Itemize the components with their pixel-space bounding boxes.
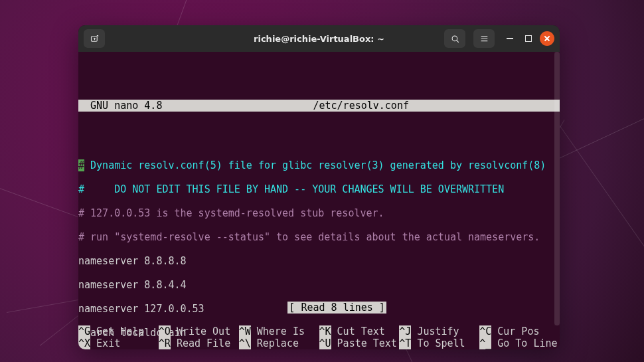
nano-header-bar: GNU nano 4.8/etc/resolv.conf [78,100,560,112]
shortcut-replace: ^\Replace [239,337,319,349]
shortcut-exit: ^XExit [78,337,159,349]
nano-app-name: GNU nano 4.8 [78,100,163,112]
shortcut-goto-line: ^_Go To Line [479,337,560,349]
file-line: # DO NOT EDIT THIS FILE BY HAND -- YOUR … [78,183,560,195]
search-icon [450,34,460,44]
shortcut-read-file: ^RRead File [159,337,239,349]
nano-file-path: /etc/resolv.conf [313,100,410,112]
shortcut-write-out: ^OWrite Out [159,325,239,337]
nano-shortcut-bar: ^GGet Help ^OWrite Out ^WWhere Is ^KCut … [78,325,560,349]
terminal-scrollbar[interactable] [554,52,560,325]
terminal-content[interactable]: GNU nano 4.8/etc/resolv.conf # Dynamic r… [78,52,560,349]
shortcut-cut-text: ^KCut Text [319,325,400,337]
file-line: nameserver 8.8.8.8 [78,255,560,267]
window-close-button[interactable] [540,31,554,46]
shortcut-get-help: ^GGet Help [78,325,159,337]
file-line: Dynamic resolv.conf(5) file for glibc re… [84,159,546,171]
shortcut-to-spell: ^TTo Spell [399,337,479,349]
new-tab-icon [90,34,100,44]
nano-status-bar: [ Read 8 lines ] [78,290,560,325]
file-line: # run "systemd-resolve --status" to see … [78,231,560,243]
shortcut-paste: ^UPaste Text [319,337,400,349]
file-line: # 127.0.0.53 is the systemd-resolved stu… [78,207,560,219]
terminal-window: richie@richie-VirtualBox: ~ GNU nano 4.8… [78,25,560,349]
nano-status-text: [ Read 8 lines ] [287,302,386,314]
shortcut-where-is: ^WWhere Is [239,325,319,337]
menu-button[interactable] [473,29,495,48]
shortcut-justify: ^JJustify [399,325,479,337]
shortcut-cur-pos: ^CCur Pos [479,325,560,337]
window-titlebar: richie@richie-VirtualBox: ~ [78,25,560,52]
scrollbar-thumb[interactable] [554,52,560,325]
new-tab-button[interactable] [84,29,105,48]
search-button[interactable] [444,29,465,48]
window-maximize-button[interactable] [521,31,536,46]
text-cursor: # [78,159,84,171]
window-minimize-button[interactable] [503,31,517,46]
hamburger-icon [479,34,489,44]
